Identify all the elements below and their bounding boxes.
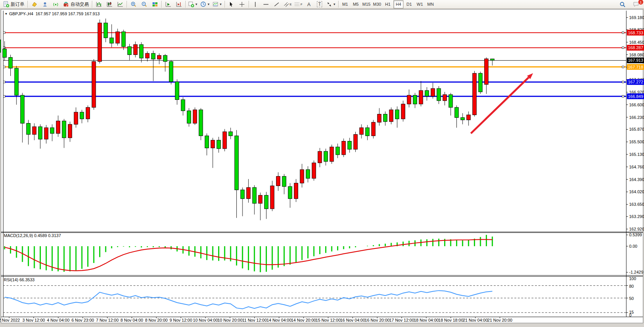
candle-up [223,132,226,149]
candle-up [389,110,393,122]
svg-text:166.230: 166.230 [629,115,644,120]
candle-down [366,128,369,136]
candle-down [413,95,417,104]
svg-text:14 Nov 20:00: 14 Nov 20:00 [291,318,316,322]
svg-text:167.272: 167.272 [628,80,643,84]
candle-up [270,186,274,209]
separator [27,1,28,8]
svg-text:167.718: 167.718 [628,65,643,69]
fibo-tool-label: F [300,3,302,6]
templates-button[interactable]: ▼ [211,0,223,8]
text-tool-button[interactable]: A [304,0,314,8]
candle-down [229,132,233,136]
timeframe-button-W1[interactable]: W1 [415,0,425,8]
candle-down [104,23,108,38]
market-watch-button[interactable] [29,0,40,8]
separator [249,1,249,8]
candle-up [443,95,446,101]
vertical-line-tool-button[interactable] [250,0,261,8]
candle-down [80,112,84,119]
candlestick-chart-icon [106,1,113,8]
text-label-tool-button[interactable]: T [314,0,325,8]
line-handle [622,95,624,97]
timeframe-button-M30[interactable]: M30 [372,0,382,8]
candle-down [217,140,221,149]
timeframe-button-M5[interactable]: M5 [351,0,361,8]
timeframe-button-D1[interactable]: D1 [404,0,414,8]
timeframe-button-H1[interactable]: H1 [383,0,393,8]
channel-tool-button[interactable]: E [282,0,293,8]
candle-down [336,147,340,155]
candle-down [187,111,191,123]
candle-down [140,45,143,58]
svg-text:50: 50 [629,296,634,301]
top-toolbar: 新订单 自动交易 [0,0,644,9]
cursor-icon [228,1,234,8]
tile-windows-button[interactable] [149,0,160,8]
timeframe-group: M1M5M15M30H1H4D1W1MN [340,0,436,8]
zoom-out-button[interactable] [139,0,149,8]
signals-button[interactable] [50,0,61,8]
line-handle [622,32,624,34]
arrows-tool-button[interactable]: ▼ [325,0,337,8]
candle-up [342,141,345,154]
new-order-icon [3,1,10,8]
chart-title: ▼GBPJPY-,H4 167.957 167.959 167.759 167.… [5,11,100,16]
candle-down [128,46,132,54]
line-handle [3,95,5,97]
separator [161,1,162,8]
channel-tool-label: E [290,3,292,6]
notifications-button[interactable]: 1 [631,0,642,9]
timeframe-button-H4[interactable]: H4 [393,0,403,8]
candle-down [14,68,18,95]
auto-scroll-button[interactable] [163,0,173,8]
support-resistance-lines[interactable] [3,32,626,97]
zoom-in-button[interactable] [128,0,139,8]
candle-up [371,122,375,136]
search-icon [619,1,626,8]
svg-text:165.500: 165.500 [629,139,644,144]
chart-shift-icon [176,1,182,8]
chart-canvas[interactable]: 169.180168.820168.450168.080167.710167.3… [0,0,644,327]
line-handle [622,66,624,68]
caret-down-icon: ▼ [333,3,336,6]
candles-layer[interactable] [0,19,494,220]
timeframe-button-MN[interactable]: MN [426,0,435,8]
candle-down [21,95,24,123]
periods-button[interactable]: ▼ [199,0,211,8]
cursor-tool-button[interactable] [226,0,237,8]
symbol-timeframe-label: GBPJPY-,H4 [9,11,33,16]
svg-text:10 Nov 04:00: 10 Nov 04:00 [193,318,218,322]
chevron-down-icon[interactable]: ▼ [5,12,8,16]
candle-down [383,114,387,122]
svg-text:168.733: 168.733 [628,30,643,35]
time-axis: 2 Nov 20223 Nov 12:004 Nov 04:006 Nov 23… [0,317,512,322]
navigator-button[interactable] [40,0,50,8]
timeframe-button-M1[interactable]: M1 [340,0,350,8]
market-watch-icon [31,1,38,8]
candle-up [276,176,280,186]
auto-trading-label: 自动交易 [71,1,89,8]
candle-up [259,195,262,203]
separator [338,1,339,8]
candle-up [68,124,72,138]
candle-down [455,107,459,118]
bar-chart-button[interactable] [93,0,104,8]
trendline-tool-button[interactable] [271,0,282,8]
candlestick-chart-button[interactable] [104,0,115,8]
candle-up [431,88,435,96]
crosshair-tool-button[interactable] [237,0,247,8]
timeframe-button-M15[interactable]: M15 [361,0,371,8]
search-button[interactable] [617,0,628,9]
rsi-levels [3,285,626,313]
chart-shift-button[interactable] [173,0,184,8]
svg-text:165.130: 165.130 [629,152,644,157]
new-order-button[interactable]: 新订单 [1,0,26,8]
fibonacci-tool-button[interactable]: F [293,0,304,8]
add-indicator-button[interactable]: ▼ [187,0,199,8]
auto-trading-button[interactable]: 自动交易 [61,0,91,8]
candle-down [26,123,30,135]
candle-up [467,115,471,120]
horizontal-line-tool-button[interactable] [261,0,271,8]
line-chart-button[interactable] [115,0,125,8]
